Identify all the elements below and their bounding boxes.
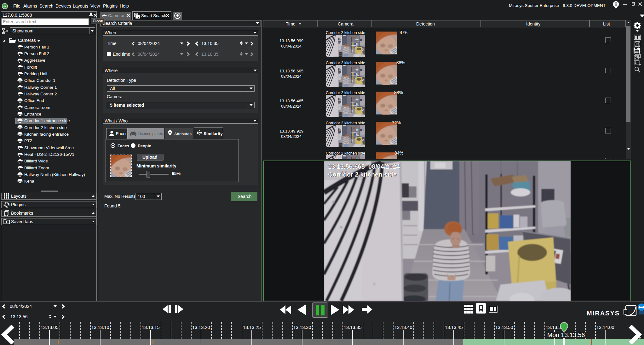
svg-text:Corridor 2 kitchen side: Corridor 2 kitchen side <box>328 171 397 178</box>
svg-text:13.13.56.665 08/04/2024: 13.13.56.665 08/04/2024 <box>328 163 400 170</box>
